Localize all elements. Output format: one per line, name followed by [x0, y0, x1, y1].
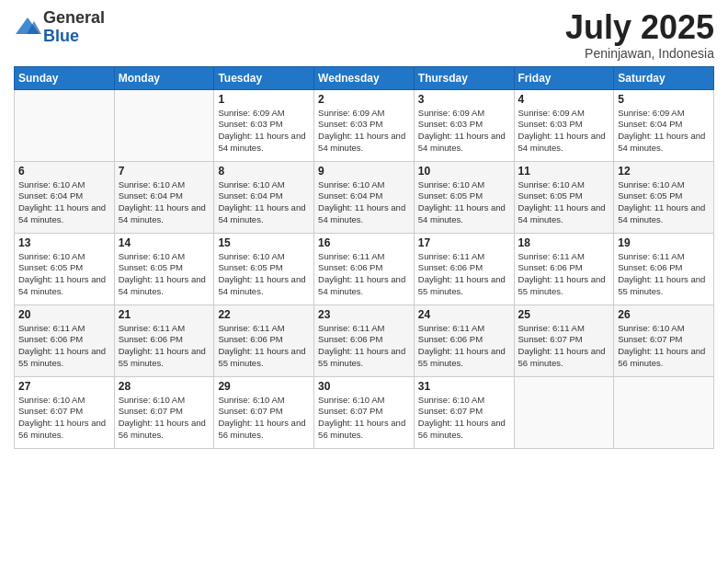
- day-number: 24: [418, 308, 510, 321]
- table-row: [614, 376, 714, 448]
- day-number: 20: [18, 308, 110, 321]
- logo-blue-text: Blue: [43, 28, 105, 46]
- day-number: 3: [418, 93, 510, 106]
- col-header-monday: Monday: [114, 66, 214, 89]
- day-number: 6: [18, 165, 110, 178]
- day-info: Sunrise: 6:11 AMSunset: 6:06 PMDaylight:…: [218, 323, 310, 370]
- table-row: 25Sunrise: 6:11 AMSunset: 6:07 PMDayligh…: [514, 304, 614, 376]
- day-info: Sunrise: 6:11 AMSunset: 6:06 PMDaylight:…: [418, 323, 510, 370]
- location: Peninjawan, Indonesia: [565, 46, 714, 61]
- table-row: 11Sunrise: 6:10 AMSunset: 6:05 PMDayligh…: [514, 161, 614, 233]
- logo-general-text: General: [43, 9, 105, 28]
- day-number: 29: [218, 380, 310, 393]
- col-header-sunday: Sunday: [15, 66, 115, 89]
- table-row: [114, 89, 214, 161]
- day-info: Sunrise: 6:10 AMSunset: 6:05 PMDaylight:…: [618, 179, 710, 226]
- table-row: 30Sunrise: 6:10 AMSunset: 6:07 PMDayligh…: [314, 376, 415, 448]
- day-number: 12: [618, 165, 710, 178]
- day-info: Sunrise: 6:10 AMSunset: 6:05 PMDaylight:…: [518, 179, 610, 226]
- day-info: Sunrise: 6:09 AMSunset: 6:03 PMDaylight:…: [518, 108, 610, 155]
- table-row: 2Sunrise: 6:09 AMSunset: 6:03 PMDaylight…: [314, 89, 415, 161]
- day-number: 13: [18, 236, 110, 249]
- table-row: 3Sunrise: 6:09 AMSunset: 6:03 PMDaylight…: [414, 89, 514, 161]
- table-row: 16Sunrise: 6:11 AMSunset: 6:06 PMDayligh…: [314, 233, 415, 304]
- table-row: 14Sunrise: 6:10 AMSunset: 6:05 PMDayligh…: [114, 233, 214, 304]
- table-row: 18Sunrise: 6:11 AMSunset: 6:06 PMDayligh…: [514, 233, 614, 304]
- logo: General Blue: [14, 9, 105, 46]
- title-block: July 2025 Peninjawan, Indonesia: [565, 9, 714, 61]
- table-row: 9Sunrise: 6:10 AMSunset: 6:04 PMDaylight…: [314, 161, 415, 233]
- table-row: [15, 89, 115, 161]
- table-row: 1Sunrise: 6:09 AMSunset: 6:03 PMDaylight…: [214, 89, 314, 161]
- day-number: 22: [218, 308, 310, 321]
- day-number: 31: [418, 380, 510, 393]
- day-info: Sunrise: 6:10 AMSunset: 6:05 PMDaylight:…: [119, 251, 210, 298]
- table-row: 8Sunrise: 6:10 AMSunset: 6:04 PMDaylight…: [214, 161, 314, 233]
- table-row: 20Sunrise: 6:11 AMSunset: 6:06 PMDayligh…: [15, 304, 115, 376]
- day-number: 7: [119, 165, 210, 178]
- day-number: 27: [18, 380, 110, 393]
- table-row: 31Sunrise: 6:10 AMSunset: 6:07 PMDayligh…: [414, 376, 514, 448]
- day-number: 30: [318, 380, 410, 393]
- day-info: Sunrise: 6:10 AMSunset: 6:04 PMDaylight:…: [218, 179, 310, 226]
- month-title: July 2025: [565, 9, 714, 46]
- day-info: Sunrise: 6:09 AMSunset: 6:03 PMDaylight:…: [318, 108, 410, 155]
- day-info: Sunrise: 6:11 AMSunset: 6:06 PMDaylight:…: [318, 251, 410, 298]
- day-number: 8: [218, 165, 310, 178]
- table-row: 21Sunrise: 6:11 AMSunset: 6:06 PMDayligh…: [114, 304, 214, 376]
- table-row: 26Sunrise: 6:10 AMSunset: 6:07 PMDayligh…: [614, 304, 714, 376]
- logo-icon: [14, 14, 41, 41]
- day-info: Sunrise: 6:11 AMSunset: 6:06 PMDaylight:…: [618, 251, 710, 298]
- day-info: Sunrise: 6:10 AMSunset: 6:04 PMDaylight:…: [18, 179, 110, 226]
- day-info: Sunrise: 6:11 AMSunset: 6:07 PMDaylight:…: [518, 323, 610, 370]
- col-header-tuesday: Tuesday: [214, 66, 314, 89]
- table-row: 29Sunrise: 6:10 AMSunset: 6:07 PMDayligh…: [214, 376, 314, 448]
- day-number: 18: [518, 236, 610, 249]
- table-row: 4Sunrise: 6:09 AMSunset: 6:03 PMDaylight…: [514, 89, 614, 161]
- day-number: 21: [119, 308, 210, 321]
- day-number: 2: [318, 93, 410, 106]
- calendar-week-row: 27Sunrise: 6:10 AMSunset: 6:07 PMDayligh…: [15, 376, 714, 448]
- day-number: 16: [318, 236, 410, 249]
- day-info: Sunrise: 6:10 AMSunset: 6:07 PMDaylight:…: [418, 395, 510, 442]
- calendar-week-row: 6Sunrise: 6:10 AMSunset: 6:04 PMDaylight…: [15, 161, 714, 233]
- day-number: 26: [618, 308, 710, 321]
- table-row: 28Sunrise: 6:10 AMSunset: 6:07 PMDayligh…: [114, 376, 214, 448]
- day-number: 19: [618, 236, 710, 249]
- day-info: Sunrise: 6:10 AMSunset: 6:07 PMDaylight:…: [119, 395, 210, 442]
- table-row: 23Sunrise: 6:11 AMSunset: 6:06 PMDayligh…: [314, 304, 415, 376]
- day-info: Sunrise: 6:11 AMSunset: 6:06 PMDaylight:…: [18, 323, 110, 370]
- table-row: 17Sunrise: 6:11 AMSunset: 6:06 PMDayligh…: [414, 233, 514, 304]
- day-info: Sunrise: 6:09 AMSunset: 6:03 PMDaylight:…: [418, 108, 510, 155]
- table-row: 27Sunrise: 6:10 AMSunset: 6:07 PMDayligh…: [15, 376, 115, 448]
- table-row: 10Sunrise: 6:10 AMSunset: 6:05 PMDayligh…: [414, 161, 514, 233]
- calendar-header-row: SundayMondayTuesdayWednesdayThursdayFrid…: [15, 66, 714, 89]
- day-info: Sunrise: 6:09 AMSunset: 6:03 PMDaylight:…: [218, 108, 310, 155]
- day-number: 1: [218, 93, 310, 106]
- day-info: Sunrise: 6:10 AMSunset: 6:05 PMDaylight:…: [418, 179, 510, 226]
- col-header-saturday: Saturday: [614, 66, 714, 89]
- day-number: 11: [518, 165, 610, 178]
- day-info: Sunrise: 6:10 AMSunset: 6:05 PMDaylight:…: [18, 251, 110, 298]
- day-info: Sunrise: 6:10 AMSunset: 6:05 PMDaylight:…: [218, 251, 310, 298]
- table-row: [514, 376, 614, 448]
- col-header-wednesday: Wednesday: [314, 66, 415, 89]
- day-number: 5: [618, 93, 710, 106]
- table-row: 12Sunrise: 6:10 AMSunset: 6:05 PMDayligh…: [614, 161, 714, 233]
- day-number: 17: [418, 236, 510, 249]
- day-number: 14: [119, 236, 210, 249]
- table-row: 24Sunrise: 6:11 AMSunset: 6:06 PMDayligh…: [414, 304, 514, 376]
- table-row: 5Sunrise: 6:09 AMSunset: 6:04 PMDaylight…: [614, 89, 714, 161]
- table-row: 19Sunrise: 6:11 AMSunset: 6:06 PMDayligh…: [614, 233, 714, 304]
- day-info: Sunrise: 6:09 AMSunset: 6:04 PMDaylight:…: [618, 108, 710, 155]
- calendar-week-row: 20Sunrise: 6:11 AMSunset: 6:06 PMDayligh…: [15, 304, 714, 376]
- day-info: Sunrise: 6:10 AMSunset: 6:04 PMDaylight:…: [119, 179, 210, 226]
- table-row: 13Sunrise: 6:10 AMSunset: 6:05 PMDayligh…: [15, 233, 115, 304]
- day-number: 25: [518, 308, 610, 321]
- day-number: 15: [218, 236, 310, 249]
- day-info: Sunrise: 6:11 AMSunset: 6:06 PMDaylight:…: [119, 323, 210, 370]
- table-row: 22Sunrise: 6:11 AMSunset: 6:06 PMDayligh…: [214, 304, 314, 376]
- day-number: 10: [418, 165, 510, 178]
- day-info: Sunrise: 6:10 AMSunset: 6:07 PMDaylight:…: [18, 395, 110, 442]
- col-header-thursday: Thursday: [414, 66, 514, 89]
